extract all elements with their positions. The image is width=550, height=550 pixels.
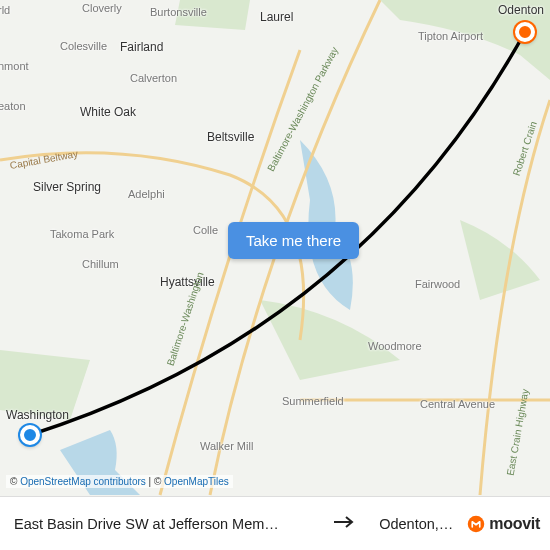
route-footer: East Basin Drive SW at Jefferson Mem… Od… [0,496,550,550]
map-attribution: © OpenStreetMap contributors | © OpenMap… [6,475,233,488]
map-container[interactable]: CloverlyBurtonsvilleLaurelOdentonTipton … [0,0,550,550]
moovit-logo[interactable]: moovit [463,515,550,533]
map-canvas [0,0,550,550]
osm-link[interactable]: OpenStreetMap contributors [20,476,146,487]
attr-prefix: © [10,476,20,487]
origin-marker[interactable] [20,425,40,445]
attr-sep: | © [146,476,164,487]
moovit-text: moovit [489,515,540,533]
moovit-icon [467,515,485,533]
route-from-label: East Basin Drive SW at Jefferson Mem… [0,516,323,532]
destination-marker[interactable] [515,22,535,42]
arrow-icon [323,515,365,533]
take-me-there-button[interactable]: Take me there [228,222,359,259]
route-to-label: Odenton,… [365,516,463,532]
openmaptiles-link[interactable]: OpenMapTiles [164,476,229,487]
